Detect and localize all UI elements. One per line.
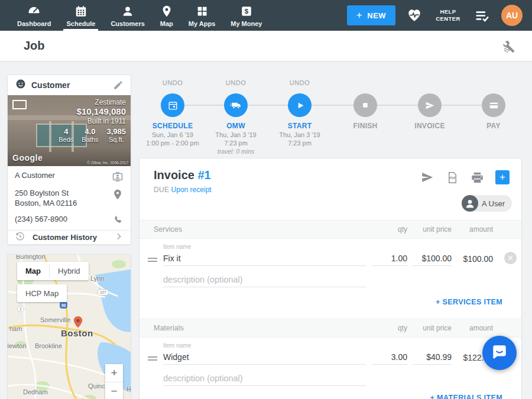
streetview-frame-icon[interactable] (12, 100, 27, 109)
send-invoice-icon[interactable] (420, 170, 434, 184)
zestimate-value: $10,149,080 (59, 106, 126, 116)
delete-item-icon[interactable]: ✕ (504, 252, 517, 264)
route-badge: 107 (98, 289, 109, 296)
services-title: Services (154, 225, 182, 233)
service-item-desc-input[interactable] (163, 272, 366, 287)
chat-launcher[interactable] (482, 336, 517, 370)
map-town-label: Burlington (16, 254, 46, 260)
nav-item-dashboard[interactable]: Dashboard (9, 0, 59, 31)
chevron-right-icon (114, 232, 124, 244)
step-time: 1:00 pm - 2:00 pm (137, 140, 209, 147)
add-invoice-button[interactable]: + (495, 170, 510, 184)
nav-item-customers[interactable]: Customers (103, 0, 152, 31)
item-name-label: Item name (163, 342, 191, 349)
material-item-name-input[interactable] (163, 349, 366, 365)
map-town-label: Lynn (90, 275, 104, 282)
photo-copyright: © Zillow, Inc. 2006-2017 (87, 161, 128, 165)
invoice-number[interactable]: #1 (197, 168, 210, 181)
baths-value: 4.0 (82, 127, 98, 136)
grid-icon (196, 4, 209, 18)
timeline-step-start: UNDO START Thu, Jan 3 '19 7:23 pm (267, 77, 332, 87)
zoom-in-button[interactable]: + (105, 364, 123, 382)
contact-card-icon[interactable] (112, 171, 124, 185)
beds-value: 4 (59, 127, 73, 136)
credit-card-icon[interactable] (482, 93, 505, 117)
activity-feed-icon[interactable] (474, 8, 490, 24)
nav-label: My Money (231, 20, 262, 27)
stop-icon[interactable] (353, 93, 377, 117)
step-time: 7:23 pm (264, 140, 336, 147)
customer-card-header: Customer (8, 75, 131, 95)
service-item-price-input[interactable] (413, 251, 452, 266)
pdf-icon[interactable]: PDF (446, 171, 459, 184)
help-center-link[interactable]: HELP CENTER (433, 8, 463, 22)
map-city-label: Boston (61, 328, 93, 338)
health-heart-icon[interactable] (407, 8, 422, 23)
nav-item-my-apps[interactable]: My Apps (181, 0, 223, 31)
step-date: Thu, Jan 3 '19 (200, 131, 272, 138)
map-type-hybrid-button[interactable]: Hybrid (50, 262, 89, 280)
service-item-name-input[interactable] (163, 251, 366, 266)
invoice-title: Invoice #1 (154, 168, 211, 182)
map-town-label: Somerville (40, 316, 70, 323)
property-photo: Zestimate $10,149,080 Built in 1911 4Bed… (8, 95, 131, 166)
mini-map[interactable]: Burlington Lynn Somerville ham Boston Ne… (7, 254, 131, 399)
assignee-name: A User (482, 199, 505, 208)
customer-card: Customer Zestimate $10,149,080 Built in … (7, 74, 131, 245)
service-item-qty-input[interactable] (372, 251, 407, 266)
baths-label: Baths (82, 136, 98, 143)
new-button[interactable]: +NEW (347, 5, 395, 25)
undo-schedule-button[interactable]: UNDO (163, 79, 183, 86)
hcp-map-button[interactable]: HCP Map (17, 284, 67, 302)
step-date: Thu, Jan 3 '19 (264, 131, 336, 138)
map-type-map-button[interactable]: Map (17, 262, 49, 280)
phone-icon[interactable] (112, 215, 124, 228)
omw-truck-icon[interactable] (224, 93, 248, 117)
job-settings-tools-icon[interactable] (502, 38, 518, 54)
drag-handle-icon[interactable] (148, 258, 157, 264)
add-materials-item-link[interactable]: + MATERIALS ITEM (430, 394, 503, 399)
material-item-price-input[interactable] (413, 349, 452, 365)
add-services-item-link[interactable]: + SERVICES ITEM (436, 298, 502, 306)
drag-handle-icon[interactable] (148, 356, 157, 362)
nav-label: Customers (111, 20, 144, 27)
send-icon[interactable] (418, 93, 442, 117)
customer-card-title: Customer (31, 80, 70, 90)
nav-item-schedule[interactable]: Schedule (59, 0, 103, 31)
edit-pencil-icon[interactable] (113, 80, 124, 90)
assignee-chip[interactable]: A User (462, 195, 512, 212)
sqft-value: 3,985 (106, 127, 126, 136)
undo-omw-button[interactable]: UNDO (226, 79, 246, 86)
nav-label: My Apps (189, 20, 215, 27)
due-value-link[interactable]: Upon receipt (171, 186, 212, 194)
built-year: Built in 1911 (59, 117, 126, 125)
map-type-toggle: Map Hybrid (17, 262, 89, 280)
step-date: Sun, Jan 6 '19 (137, 131, 209, 138)
nav-item-my-money[interactable]: $ My Money (223, 0, 270, 31)
step-time: 7:23 pm (200, 140, 272, 147)
customer-history-link[interactable]: Customer History (8, 231, 131, 244)
location-pin-icon[interactable] (112, 189, 124, 203)
customer-address-row: 250 Boylston StBoston, MA 02116 (8, 189, 131, 209)
title-bar: Job (0, 31, 532, 61)
print-icon[interactable] (471, 171, 484, 184)
undo-start-button[interactable]: UNDO (290, 79, 310, 86)
materials-header: Materials qty unit price amount (140, 319, 521, 338)
materials-title: Materials (154, 324, 184, 332)
map-town-label: ham (9, 325, 22, 332)
step-label: FINISH (333, 122, 398, 130)
timeline-connector (173, 105, 494, 106)
material-item-desc-input[interactable] (163, 371, 366, 386)
nav-item-map[interactable]: Map (153, 0, 181, 31)
interstate-shield: 93 (60, 302, 67, 309)
zoom-out-button[interactable]: − (105, 382, 123, 399)
svg-text:$: $ (245, 8, 249, 15)
map-town-label: Hi (126, 385, 131, 392)
user-avatar[interactable]: AU (501, 5, 523, 26)
map-pin-icon (160, 4, 173, 18)
play-icon[interactable] (288, 93, 312, 117)
map-zoom-control: + − (105, 364, 123, 399)
schedule-step-icon[interactable] (161, 93, 184, 117)
material-item-qty-input[interactable] (372, 349, 407, 365)
invoice-title-text: Invoice (154, 168, 194, 181)
